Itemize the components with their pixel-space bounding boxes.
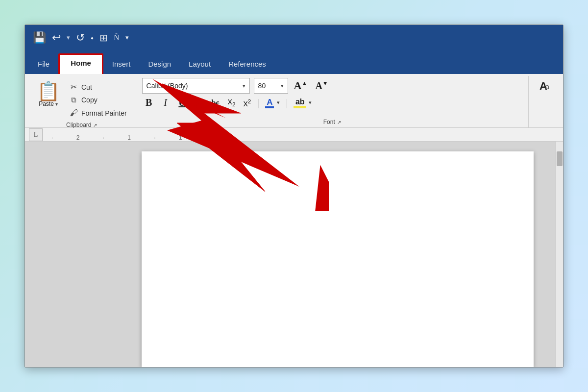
- font-size-chevron-icon[interactable]: ▾: [281, 83, 284, 89]
- ribbon-tabs: File Home Insert Design Layout Reference…: [25, 50, 563, 74]
- paste-chevron-icon[interactable]: ▾: [55, 101, 58, 107]
- tab-layout[interactable]: Layout: [180, 55, 220, 74]
- document-area: L · 2 · 1 · 1 · ·: [25, 128, 563, 367]
- customize-icon[interactable]: ▾: [125, 34, 129, 42]
- font-group-label-row: Font ↗: [142, 119, 522, 126]
- font-group: Calibri (Body) ▾ 80 ▾ A▲ A▼ B I U ▾ | ab…: [136, 76, 529, 127]
- format-painter-label: Format Painter: [81, 109, 127, 117]
- font-row2: B I U ▾ | abc X2 X2 | A ▾ |: [142, 96, 522, 110]
- ruler-marks-text: · 2 · 1 · 1 · ·: [51, 134, 243, 141]
- ruler-bar: L · 2 · 1 · 1 · ·: [25, 128, 563, 142]
- ruler-tab-button[interactable]: L: [29, 128, 43, 141]
- undo-icon[interactable]: ↩: [52, 31, 61, 44]
- change-case-button[interactable]: Aa: [538, 80, 551, 93]
- underline-button[interactable]: U: [175, 96, 189, 110]
- tab-design[interactable]: Design: [139, 55, 180, 74]
- paste-button[interactable]: 📋 Paste ▾: [34, 80, 63, 109]
- redo-icon[interactable]: ↺: [76, 31, 85, 44]
- tab-file[interactable]: File: [29, 55, 58, 74]
- highlight-button[interactable]: ab ▾: [292, 97, 314, 109]
- bold-button[interactable]: B: [142, 96, 156, 110]
- scrollbar-thumb[interactable]: [557, 151, 563, 166]
- highlight-ab-text: ab: [295, 98, 305, 106]
- subscript-button[interactable]: X2: [225, 97, 238, 108]
- ruler-marks: · 2 · 1 · 1 · ·: [45, 128, 559, 141]
- font-color-a-icon: A: [267, 98, 272, 107]
- copy-icon: ⧉: [69, 96, 78, 104]
- clipboard-group-content: 📋 Paste ▾ ✂ Cut ⧉ Copy: [34, 78, 130, 120]
- font-group-label: Font: [323, 119, 335, 125]
- tab-insert[interactable]: Insert: [103, 55, 140, 74]
- font-color-bar: [265, 106, 274, 108]
- font-size-value: 80: [258, 82, 266, 90]
- font-expand-icon[interactable]: ↗: [337, 120, 341, 125]
- fmt-separator-1: |: [199, 97, 201, 108]
- style-group: Aa: [530, 76, 559, 127]
- font-color-button[interactable]: A ▾: [263, 97, 282, 109]
- italic-button[interactable]: I: [159, 96, 172, 110]
- aa-small-icon: a: [545, 83, 549, 90]
- fmt-separator-3: |: [286, 97, 288, 108]
- font-size-selector[interactable]: 80 ▾: [254, 78, 288, 94]
- quick-access-toolbar: 💾 ↩ ▾ ↺ ● ⊞ Ñ ▾: [25, 25, 563, 50]
- clipboard-small-buttons: ✂ Cut ⧉ Copy 🖌 Format Painter: [66, 80, 130, 120]
- cut-label: Cut: [81, 83, 92, 91]
- number-icon[interactable]: Ñ: [114, 33, 120, 42]
- dot-separator: ●: [91, 35, 94, 41]
- format-painter-icon: 🖌: [69, 108, 78, 118]
- vertical-scrollbar[interactable]: [555, 142, 563, 367]
- increase-font-size-button[interactable]: A▲: [292, 79, 310, 92]
- cut-icon: ✂: [69, 82, 78, 92]
- format-painter-button[interactable]: 🖌 Format Painter: [66, 107, 130, 120]
- paste-label: Paste: [39, 100, 54, 107]
- tab-references[interactable]: References: [220, 55, 275, 74]
- strikethrough-button[interactable]: abc: [205, 97, 222, 109]
- undo-dropdown-icon[interactable]: ▾: [67, 34, 70, 42]
- cut-button[interactable]: ✂ Cut: [66, 81, 130, 93]
- fmt-separator-2: |: [257, 97, 259, 108]
- highlight-chevron-icon[interactable]: ▾: [309, 99, 312, 106]
- underline-chevron-icon[interactable]: ▾: [192, 99, 195, 106]
- highlight-bar: [294, 106, 306, 108]
- decrease-font-size-button[interactable]: A▼: [313, 80, 330, 92]
- layout-icon[interactable]: ⊞: [99, 32, 108, 44]
- clipboard-group-label: Clipboard: [66, 122, 91, 128]
- font-name-text: Calibri (Body): [147, 82, 188, 90]
- save-icon[interactable]: 💾: [33, 31, 46, 44]
- ribbon-content: 📋 Paste ▾ ✂ Cut ⧉ Copy: [25, 74, 563, 128]
- font-name-selector[interactable]: Calibri (Body) ▾: [142, 78, 250, 94]
- clipboard-expand-icon[interactable]: ↗: [93, 122, 97, 128]
- font-color-chevron-icon[interactable]: ▾: [277, 99, 280, 106]
- word-window: 💾 ↩ ▾ ↺ ● ⊞ Ñ ▾ File Home Insert Design …: [24, 24, 564, 368]
- copy-button[interactable]: ⧉ Copy: [66, 94, 130, 106]
- aa-group-content: Aa: [538, 78, 551, 93]
- tab-home[interactable]: Home: [58, 53, 103, 74]
- paste-clipboard-icon: 📋: [37, 82, 60, 100]
- clipboard-group: 📋 Paste ▾ ✂ Cut ⧉ Copy: [29, 76, 135, 127]
- font-name-chevron-icon[interactable]: ▾: [243, 83, 245, 89]
- doc-page: [142, 151, 534, 367]
- superscript-button[interactable]: X2: [241, 97, 253, 109]
- copy-label: Copy: [81, 96, 98, 104]
- doc-scroll-area[interactable]: [25, 142, 563, 367]
- font-row1: Calibri (Body) ▾ 80 ▾ A▲ A▼: [142, 78, 522, 94]
